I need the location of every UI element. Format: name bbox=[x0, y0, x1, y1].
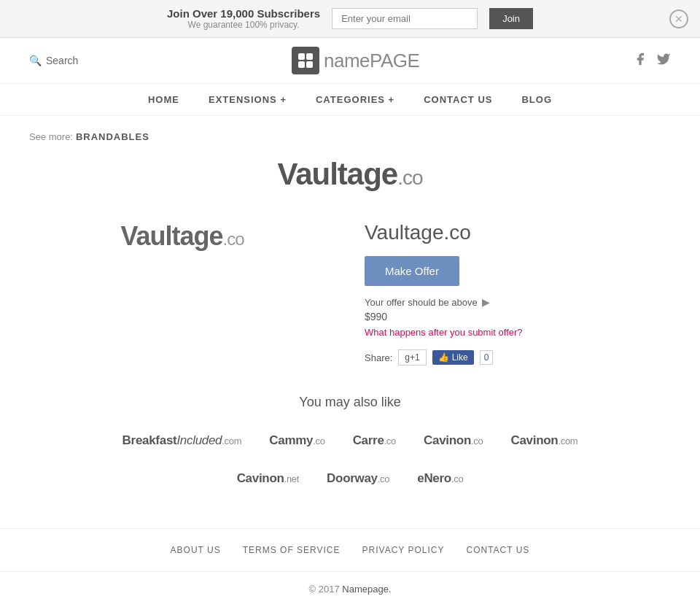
banner-title: Join Over 19,000 Subscribers bbox=[167, 7, 320, 20]
also-like-section: You may also like BreakfastIncluded.com … bbox=[29, 395, 671, 492]
nav-blog[interactable]: BLOG bbox=[521, 94, 552, 105]
share-row: Share: g+1 👍 Like 0 bbox=[365, 349, 671, 365]
social-icons bbox=[633, 52, 671, 70]
offer-price: $990 bbox=[365, 311, 671, 322]
fb-like-button[interactable]: 👍 Like bbox=[432, 350, 474, 365]
footer: ABOUT US TERMS OF SERVICE PRIVACY POLICY… bbox=[0, 528, 700, 606]
nav-contact[interactable]: CONTACT US bbox=[424, 94, 492, 105]
domain-card-cavinon-com[interactable]: Cavinon.com bbox=[500, 428, 588, 454]
domain-name-title: Vaultage.co bbox=[365, 221, 671, 244]
gplus-button[interactable]: g+1 bbox=[398, 349, 426, 365]
footer-privacy[interactable]: PRIVACY POLICY bbox=[362, 545, 445, 555]
footer-about[interactable]: ABOUT US bbox=[171, 545, 221, 555]
main-nav: HOME EXTENSIONS + CATEGORIES + CONTACT U… bbox=[0, 84, 700, 116]
domain-image-area: Vaultage.co bbox=[29, 221, 335, 252]
svg-rect-1 bbox=[306, 53, 313, 60]
category-link[interactable]: BRANDABLES bbox=[76, 131, 149, 142]
svg-rect-2 bbox=[298, 61, 305, 68]
offer-hint: Your offer should be above ▶ bbox=[365, 296, 671, 308]
footer-copyright: © 2017 Namepage. bbox=[0, 572, 700, 606]
domain-cards-row1: BreakfastIncluded.com Cammy.co Carre.co … bbox=[29, 428, 671, 454]
domain-logo-large: Vaultage.co bbox=[277, 157, 422, 192]
footer-links: ABOUT US TERMS OF SERVICE PRIVACY POLICY… bbox=[0, 529, 700, 572]
nav-home[interactable]: HOME bbox=[148, 94, 179, 105]
join-button[interactable]: Join bbox=[489, 8, 533, 29]
domain-card-cammy[interactable]: Cammy.co bbox=[259, 428, 335, 454]
facebook-icon[interactable] bbox=[633, 52, 648, 70]
email-input[interactable] bbox=[332, 8, 478, 29]
domain-display: Vaultage.co bbox=[29, 157, 671, 199]
share-label: Share: bbox=[365, 352, 392, 363]
domain-card-cavinon-net[interactable]: Cavinon.net bbox=[227, 465, 309, 492]
footer-copyright-link[interactable]: Namepage. bbox=[342, 584, 391, 595]
search-icon: 🔍 bbox=[29, 55, 42, 66]
domain-card-enero[interactable]: eNero.co bbox=[407, 465, 473, 492]
domain-image: Vaultage.co bbox=[120, 221, 244, 252]
offer-area: Vaultage.co Make Offer Your offer should… bbox=[365, 221, 671, 365]
footer-contact[interactable]: CONTACT US bbox=[466, 545, 529, 555]
domain-card-breakfastincluded[interactable]: BreakfastIncluded.com bbox=[112, 428, 252, 454]
logo-icon bbox=[292, 47, 319, 74]
nav-extensions[interactable]: EXTENSIONS + bbox=[209, 94, 287, 105]
close-banner-button[interactable]: ✕ bbox=[669, 9, 688, 28]
arrow-icon: ▶ bbox=[482, 296, 490, 308]
header: 🔍 Search namePAGE bbox=[0, 38, 700, 84]
search-label: Search bbox=[46, 55, 78, 66]
main-content: See more: BRANDABLES Vaultage.co Vaultag… bbox=[0, 116, 700, 528]
svg-rect-3 bbox=[306, 61, 313, 68]
twitter-icon[interactable] bbox=[656, 52, 671, 70]
search-area[interactable]: 🔍 Search bbox=[29, 55, 78, 66]
make-offer-button[interactable]: Make Offer bbox=[365, 256, 459, 286]
nav-categories[interactable]: CATEGORIES + bbox=[316, 94, 394, 105]
content-area: Vaultage.co Vaultage.co Make Offer Your … bbox=[29, 221, 671, 365]
top-banner: Join Over 19,000 Subscribers We guarante… bbox=[0, 0, 700, 38]
banner-subtitle: We guarantee 100% privacy. bbox=[167, 20, 320, 30]
thumb-icon: 👍 bbox=[438, 352, 449, 363]
banner-text: Join Over 19,000 Subscribers We guarante… bbox=[167, 7, 320, 30]
breadcrumb: See more: BRANDABLES bbox=[29, 131, 671, 142]
domain-card-cavinon-co[interactable]: Cavinon.co bbox=[413, 428, 493, 454]
like-count: 0 bbox=[480, 350, 494, 365]
footer-terms[interactable]: TERMS OF SERVICE bbox=[243, 545, 341, 555]
logo-text: namePAGE bbox=[324, 50, 419, 72]
domain-card-carre[interactable]: Carre.co bbox=[343, 428, 406, 454]
logo[interactable]: namePAGE bbox=[292, 47, 419, 74]
see-more-label: See more: bbox=[29, 131, 73, 142]
also-like-title: You may also like bbox=[29, 395, 671, 410]
svg-rect-0 bbox=[298, 53, 305, 60]
offer-question-link[interactable]: What happens after you submit offer? bbox=[365, 327, 671, 338]
domain-card-doorway[interactable]: Doorway.co bbox=[316, 465, 400, 492]
domain-cards-row2: Cavinon.net Doorway.co eNero.co bbox=[29, 465, 671, 492]
